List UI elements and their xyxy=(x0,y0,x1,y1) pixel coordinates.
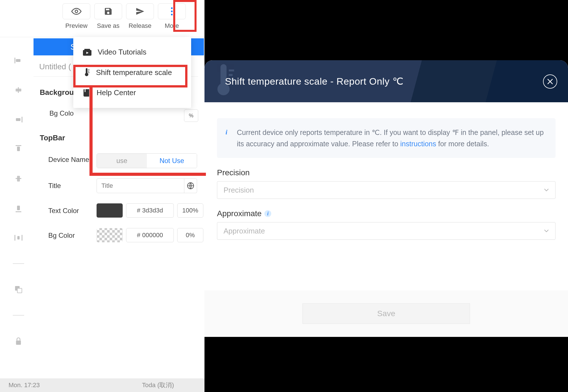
book-icon xyxy=(83,89,90,97)
bgcolor2-pct[interactable]: 0% xyxy=(177,228,203,242)
svg-rect-22 xyxy=(16,341,21,345)
toggle-use[interactable]: use xyxy=(97,154,147,168)
section-background-label: Backgrou xyxy=(40,88,74,97)
svg-rect-29 xyxy=(85,89,85,92)
eye-icon xyxy=(71,6,82,16)
precision-select[interactable]: Precision xyxy=(217,181,556,199)
svg-rect-11 xyxy=(16,145,21,146)
svg-rect-5 xyxy=(14,58,15,63)
section-topbar-label: TopBar xyxy=(40,134,65,142)
strip-separator-2 xyxy=(13,315,24,316)
paper-plane-icon xyxy=(135,7,145,16)
svg-rect-26 xyxy=(88,70,89,70)
dialog-header: Shift temperature scale - Report Only ℃ xyxy=(204,60,568,102)
preview-button[interactable] xyxy=(62,3,90,19)
menu-help-center[interactable]: Help Center xyxy=(73,83,191,103)
textcolor-hex[interactable]: # 3d3d3d xyxy=(126,203,174,218)
bgcolor2-row: # 000000 0% xyxy=(97,228,203,242)
status-right: Toda (取消) xyxy=(142,381,174,389)
device-name-toggle: use Not Use xyxy=(97,153,197,168)
svg-rect-18 xyxy=(22,235,22,241)
strip-separator xyxy=(13,263,24,264)
align-right-icon[interactable] xyxy=(13,114,24,125)
textcolor-label: Text Color xyxy=(48,207,79,215)
textcolor-pct[interactable]: 100% xyxy=(177,203,203,218)
release-label: Release xyxy=(129,22,152,30)
approximate-placeholder: Approximate xyxy=(224,227,265,235)
menu-shift-label: Shift temperature scale xyxy=(96,68,172,77)
saveas-label: Save as xyxy=(97,22,120,30)
more-button[interactable] xyxy=(158,3,186,19)
textcolor-row: # 3d3d3d 100% xyxy=(97,203,203,218)
svg-rect-12 xyxy=(17,147,20,151)
more-label: More xyxy=(165,22,179,30)
menu-shift-temperature[interactable]: Shift temperature scale xyxy=(73,62,191,83)
approximate-section: Approximate i Approximate xyxy=(204,199,568,240)
saveas-tool: Save as xyxy=(94,3,122,30)
left-icon-strip xyxy=(11,55,26,346)
svg-rect-24 xyxy=(84,49,90,50)
svg-point-2 xyxy=(171,11,173,12)
align-center-v-icon[interactable] xyxy=(13,174,24,184)
lock-icon[interactable] xyxy=(13,336,24,346)
status-left: Mon. 17:23 xyxy=(9,381,40,389)
dialog-footer: Save xyxy=(204,290,568,337)
chevron-down-icon xyxy=(544,188,549,192)
precision-label-text: Precision xyxy=(217,168,250,177)
release-button[interactable] xyxy=(126,3,154,19)
video-icon xyxy=(83,49,91,56)
approximate-label: Approximate i xyxy=(217,209,556,218)
info-icon: i xyxy=(225,127,232,134)
title-row-label: Title xyxy=(48,182,61,190)
svg-rect-8 xyxy=(16,89,21,91)
menu-video-tutorials[interactable]: Video Tutorials xyxy=(73,42,191,62)
device-name-label: Device Name xyxy=(48,156,89,164)
chevron-down-icon xyxy=(544,229,549,233)
layers-icon[interactable] xyxy=(13,284,24,295)
more-tool: More xyxy=(158,3,186,30)
more-vertical-icon xyxy=(171,7,173,16)
shift-temperature-dialog: Shift temperature scale - Report Only ℃ … xyxy=(204,60,568,337)
save-button[interactable]: Save xyxy=(302,303,470,324)
release-tool: Release xyxy=(126,3,154,30)
top-toolbar: Preview Save as Release More xyxy=(62,3,186,30)
bgcolor2-swatch[interactable] xyxy=(97,228,123,242)
title-field[interactable] xyxy=(97,178,184,193)
close-icon xyxy=(547,78,553,85)
svg-rect-21 xyxy=(17,288,22,293)
align-center-h-icon[interactable] xyxy=(13,85,24,95)
svg-rect-19 xyxy=(17,236,20,239)
dialog-close-button[interactable] xyxy=(543,74,557,89)
svg-rect-30 xyxy=(229,70,234,72)
globe-button[interactable] xyxy=(184,178,197,193)
svg-rect-15 xyxy=(16,211,21,212)
title-field-wrap xyxy=(97,178,197,193)
textcolor-swatch[interactable] xyxy=(97,203,123,218)
bgcolor2-hex[interactable]: # 000000 xyxy=(126,228,174,242)
svg-point-3 xyxy=(171,14,173,15)
instructions-link[interactable]: instructions xyxy=(400,140,436,148)
precision-placeholder: Precision xyxy=(224,186,254,195)
status-bar: Mon. 17:23 Toda (取消) xyxy=(0,378,204,392)
approximate-select[interactable]: Approximate xyxy=(217,222,556,240)
svg-rect-14 xyxy=(17,176,20,182)
saveas-button[interactable] xyxy=(94,3,122,19)
align-left-icon[interactable] xyxy=(13,55,24,66)
svg-point-1 xyxy=(171,7,173,9)
distribute-icon[interactable] xyxy=(13,233,24,243)
bgcolor1-pct[interactable]: % xyxy=(184,109,198,122)
preview-tool: Preview xyxy=(62,3,90,30)
svg-rect-17 xyxy=(14,235,15,241)
align-top-icon[interactable] xyxy=(13,144,24,154)
bgcolor2-label: Bg Color xyxy=(48,232,75,239)
editor-panel: Preview Save as Release More S Backgrou … xyxy=(0,0,204,392)
align-bottom-icon[interactable] xyxy=(13,203,24,213)
svg-rect-16 xyxy=(17,206,20,210)
menu-help-label: Help Center xyxy=(97,88,136,97)
svg-rect-9 xyxy=(22,117,22,122)
dialog-title: Shift temperature scale - Report Only ℃ xyxy=(225,76,403,87)
info-icon-small[interactable]: i xyxy=(264,210,271,217)
precision-section: Precision Precision xyxy=(204,158,568,199)
menu-video-label: Video Tutorials xyxy=(98,48,147,57)
toggle-not-use[interactable]: Not Use xyxy=(147,154,197,168)
